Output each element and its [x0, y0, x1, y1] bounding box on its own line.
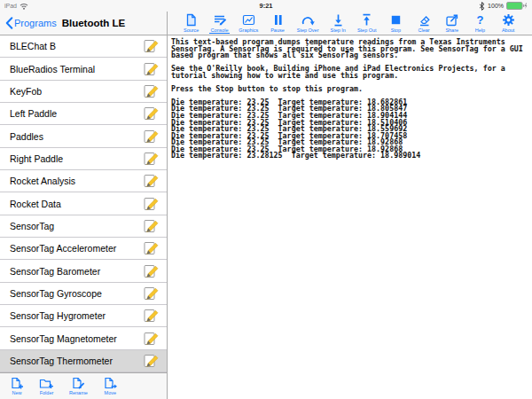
edit-program-icon[interactable] — [143, 354, 160, 368]
device-label: iPad — [4, 3, 17, 9]
program-list-item[interactable]: SensorTag Thermometer — [0, 350, 167, 372]
console-pane[interactable]: This text-based program dumps temperatur… — [168, 35, 532, 399]
edit-program-icon[interactable] — [143, 309, 160, 323]
program-list-item[interactable]: BLEChat B — [0, 35, 167, 58]
pause-button[interactable]: Pause — [268, 12, 287, 33]
program-name: Rocket Data — [10, 199, 61, 209]
rename-button[interactable]: Rename — [69, 377, 88, 395]
pause-icon — [272, 12, 284, 27]
run-toolbar-label: Step In — [329, 27, 346, 33]
program-list-item[interactable]: SensorTag Hygrometer — [0, 305, 167, 327]
new-folder-button[interactable]: Folder — [39, 377, 54, 395]
run-toolbar-label: Console — [209, 27, 229, 34]
status-right: 100% — [479, 2, 528, 11]
run-toolbar: Source Console Graphics — [168, 12, 532, 35]
program-name: SensorTag Magnetometer — [10, 333, 117, 344]
move-icon — [103, 377, 118, 391]
run-toolbar-label: Pause — [270, 27, 286, 33]
program-list-item[interactable]: Rocket Data — [0, 192, 167, 215]
clear-icon — [418, 12, 431, 27]
program-name: BlueRadios Terminal — [10, 64, 95, 74]
edit-program-icon[interactable] — [143, 84, 160, 98]
run-toolbar-label: Clear — [417, 27, 430, 33]
run-toolbar-label: Step Out — [356, 27, 378, 33]
program-list-item[interactable]: SensorTag Magnetometer — [0, 327, 167, 349]
run-toolbar-label: Source — [183, 27, 200, 33]
share-icon — [445, 12, 458, 27]
nav-bar: Programs Bluetooth LE — [0, 12, 167, 35]
new-program-button[interactable]: New — [10, 377, 24, 395]
program-list-item[interactable]: Left Paddle — [0, 103, 167, 125]
run-toolbar-label: Share — [444, 27, 459, 33]
status-bar: iPad 9:21 100% — [0, 0, 532, 12]
edit-program-icon[interactable] — [143, 241, 160, 255]
run-toolbar-label: Stop — [390, 27, 402, 33]
edit-program-icon[interactable] — [143, 39, 160, 53]
edit-program-icon[interactable] — [143, 332, 160, 346]
edit-program-icon[interactable] — [143, 286, 160, 301]
app-screen: iPad 9:21 100% — [0, 0, 532, 399]
edit-program-icon[interactable] — [143, 197, 160, 211]
file-toolbar-label: New — [12, 390, 21, 395]
about-gear-icon — [502, 12, 515, 27]
program-list-item[interactable]: SensorTag Barometer — [0, 260, 167, 282]
file-toolbar: New Folder — [0, 372, 167, 399]
bluetooth-icon — [479, 2, 485, 11]
run-toolbar-label: Graphics — [238, 27, 259, 33]
step-out-icon — [360, 12, 373, 27]
program-list-item[interactable]: BlueRadios Terminal — [0, 58, 167, 80]
program-list-item[interactable]: SensorTag Accelerometer — [0, 238, 167, 260]
step-over-button[interactable]: Step Over — [296, 12, 320, 33]
program-name: Paddles — [10, 131, 43, 142]
console-output: This text-based program dumps temperatur… — [168, 35, 532, 160]
program-list-item[interactable]: SensorTag Gyroscope — [0, 283, 167, 305]
source-icon — [184, 12, 198, 27]
stop-button[interactable]: Stop — [386, 12, 405, 33]
program-list-item[interactable]: SensorTag — [0, 215, 167, 238]
program-name: SensorTag Hygrometer — [10, 310, 106, 321]
edit-program-icon[interactable] — [143, 152, 160, 166]
back-chevron-icon — [5, 17, 13, 29]
program-name: Left Paddle — [10, 108, 57, 119]
move-button[interactable]: Move — [103, 377, 118, 395]
edit-program-icon[interactable] — [143, 62, 160, 76]
edit-program-icon[interactable] — [143, 129, 160, 144]
program-list-item[interactable]: Rocket Analysis — [0, 170, 167, 192]
battery-icon — [506, 2, 528, 10]
back-label: Programs — [14, 18, 57, 28]
sidebar-panel: Programs Bluetooth LE BLEChat B BlueRadi… — [0, 12, 168, 399]
source-button[interactable]: Source — [182, 12, 201, 33]
help-button[interactable]: ? Help — [470, 12, 489, 33]
clear-button[interactable]: Clear — [414, 12, 434, 33]
edit-program-icon[interactable] — [143, 219, 160, 233]
run-toolbar-label: About — [501, 27, 515, 33]
back-button[interactable]: Programs — [5, 17, 57, 29]
console-icon — [213, 12, 227, 27]
battery-percent: 100% — [488, 3, 504, 9]
share-button[interactable]: Share — [442, 12, 462, 33]
program-list[interactable]: BLEChat B BlueRadios Terminal KeyFob — [0, 35, 167, 372]
new-program-icon — [10, 377, 24, 391]
program-name: SensorTag Barometer — [10, 266, 100, 277]
status-left: iPad — [4, 3, 479, 10]
program-name: Rocket Analysis — [10, 176, 75, 186]
step-in-button[interactable]: Step In — [328, 12, 348, 33]
program-list-item[interactable]: Paddles — [0, 125, 167, 147]
step-out-button[interactable]: Step Out — [356, 12, 378, 33]
program-list-item[interactable]: KeyFob — [0, 81, 167, 103]
console-button[interactable]: Console — [209, 12, 229, 34]
step-over-icon — [301, 12, 316, 27]
program-name: SensorTag Accelerometer — [10, 243, 116, 254]
edit-program-icon[interactable] — [143, 264, 160, 278]
file-toolbar-label: Move — [105, 390, 116, 395]
edit-program-icon[interactable] — [143, 174, 160, 188]
graphics-button[interactable]: Graphics — [238, 12, 259, 33]
wifi-icon — [20, 3, 28, 10]
file-toolbar-label: Folder — [40, 390, 54, 395]
program-list-item[interactable]: Right Paddle — [0, 148, 167, 170]
graphics-icon — [242, 12, 255, 27]
rename-icon — [71, 377, 85, 391]
about-button[interactable]: About — [498, 12, 518, 33]
help-icon: ? — [476, 12, 483, 27]
edit-program-icon[interactable] — [143, 106, 160, 121]
